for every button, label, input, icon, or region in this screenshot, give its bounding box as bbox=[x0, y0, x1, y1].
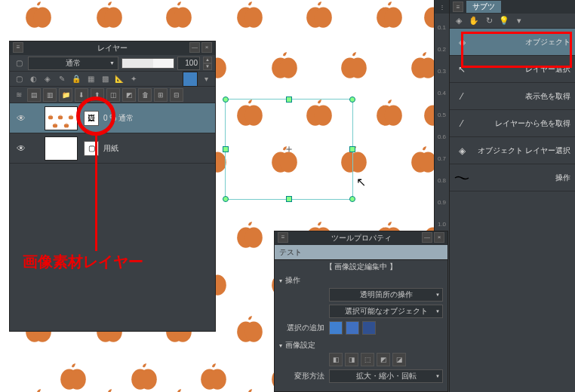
apple-pattern bbox=[234, 313, 266, 345]
tool-cube-icon[interactable]: ◈ bbox=[453, 15, 465, 27]
panel-close-icon[interactable]: × bbox=[201, 42, 212, 53]
operation-tool-icon bbox=[454, 170, 469, 185]
new-raster-icon[interactable]: ▤ bbox=[27, 88, 41, 102]
ruler-grip-icon[interactable]: ⋮ bbox=[435, 0, 449, 14]
selection-handle-br[interactable] bbox=[349, 196, 355, 202]
swatch-dropdown-icon[interactable]: ▾ bbox=[200, 73, 212, 85]
subtool-item-object[interactable]: ◈ オブジェクト bbox=[450, 29, 575, 56]
eyedropper-layer-icon: ⁄ bbox=[454, 116, 469, 131]
layer-panel-extra2-icon[interactable]: ⊟ bbox=[170, 88, 183, 102]
delete-layer-icon[interactable]: 🗑 bbox=[138, 88, 152, 102]
clip-icon[interactable]: ◐ bbox=[27, 73, 39, 85]
panel-close-icon[interactable]: × bbox=[434, 232, 444, 243]
layer-row-1[interactable]: 👁 ▢ 用紙 bbox=[10, 133, 215, 164]
tool-property-title-text: ツールプロパティ bbox=[331, 234, 392, 242]
blend-lock-icon[interactable]: ▢ bbox=[13, 57, 25, 69]
layer-visibility-icon[interactable]: 👁 bbox=[10, 113, 32, 124]
apple-pattern bbox=[57, 360, 89, 392]
selection-handle-tl[interactable] bbox=[223, 96, 229, 103]
opacity-slider[interactable] bbox=[121, 58, 174, 69]
ruler-tick-value: 0.6 bbox=[435, 133, 449, 140]
apple-pattern bbox=[269, 49, 300, 81]
layer-row-0[interactable]: 👁 🖼 0 % 通常 bbox=[10, 103, 215, 133]
layer-color-swatch[interactable] bbox=[183, 72, 198, 87]
new-vector-icon[interactable]: ▥ bbox=[43, 88, 57, 102]
panel-menu-icon[interactable]: ≡ bbox=[278, 232, 288, 243]
group-sousa-title[interactable]: 操作 bbox=[279, 275, 443, 286]
image-align-4-icon[interactable]: ◩ bbox=[377, 353, 390, 366]
canvas-selection-box[interactable]: ＋ bbox=[225, 99, 353, 200]
merge-down-icon[interactable]: ⬆ bbox=[91, 88, 104, 102]
fx-icon[interactable]: ✦ bbox=[128, 73, 140, 85]
apple-pattern bbox=[163, 386, 195, 392]
selection-handle-bc[interactable] bbox=[286, 196, 292, 202]
subtool-item-object-layer-select[interactable]: ◈ オブジェクト レイヤー選択 bbox=[450, 137, 575, 164]
subtool-item-pick-layercolor[interactable]: ⁄ レイヤーから色を取得 bbox=[450, 110, 575, 137]
subtool-panel: ≡ サブツ ◈ ✋ ↻ 💡 ▾ ◈ オブジェクト ↖ レイヤー選択 ⁄ 表示色を… bbox=[449, 0, 575, 392]
subtool-label: レイヤーから色を取得 bbox=[474, 118, 570, 129]
apple-pattern bbox=[163, 0, 195, 30]
transform-method-label: 変形方法 bbox=[279, 371, 324, 381]
image-align-1-icon[interactable]: ◧ bbox=[329, 353, 343, 366]
ruler-tick-value: 0.3 bbox=[435, 68, 449, 75]
apple-pattern bbox=[94, 386, 125, 392]
ruler-icon[interactable]: 📐 bbox=[113, 73, 125, 85]
selectable-object-select[interactable]: 選択可能なオブジェクト bbox=[329, 305, 443, 318]
ruler-tick-value: 1.0 bbox=[435, 221, 449, 228]
opacity-down[interactable]: ▼ bbox=[203, 63, 212, 70]
subtool-tab[interactable]: サブツ bbox=[466, 1, 501, 13]
object-layer-icon: ◈ bbox=[454, 143, 469, 158]
transform-method-select[interactable]: 拡大・縮小・回転 bbox=[329, 369, 443, 383]
ruler-tick-value: 0.4 bbox=[435, 90, 449, 96]
reference-icon[interactable]: ◈ bbox=[42, 73, 54, 85]
opacity-up[interactable]: ▲ bbox=[203, 57, 212, 63]
selection-mode-new[interactable] bbox=[329, 321, 343, 335]
tool-dropdown-icon[interactable]: ▾ bbox=[513, 15, 525, 27]
layer-panel-extra1-icon[interactable]: ⊞ bbox=[154, 88, 168, 102]
apply-mask-icon[interactable]: ◩ bbox=[122, 88, 136, 102]
selection-handle-ml[interactable] bbox=[223, 146, 229, 152]
tool-property-tab[interactable]: テスト bbox=[275, 245, 447, 260]
layer-list: 👁 🖼 0 % 通常 👁 ▢ 用紙 bbox=[10, 103, 215, 164]
group-image-title[interactable]: 画像設定 bbox=[279, 340, 443, 351]
panel-minimize-icon[interactable]: — bbox=[189, 42, 200, 53]
panel-menu-icon[interactable]: ≡ bbox=[453, 2, 463, 12]
selection-mode-sub[interactable] bbox=[362, 321, 376, 335]
apple-pattern bbox=[374, 96, 405, 128]
mask-icon2[interactable]: ▩ bbox=[99, 73, 111, 85]
tool-property-notice: 【 画像設定編集中 】 bbox=[275, 260, 447, 274]
tool-rotate-icon[interactable]: ↻ bbox=[483, 15, 495, 27]
subtool-label: オブジェクト レイヤー選択 bbox=[474, 145, 570, 156]
subtool-item-sousa[interactable]: 操作 bbox=[450, 164, 575, 191]
transparent-operation-select[interactable]: 透明箇所の操作 bbox=[329, 288, 443, 302]
selection-mode-add[interactable] bbox=[346, 321, 359, 335]
layer-visibility-icon[interactable]: 👁 bbox=[10, 143, 32, 154]
opacity-value[interactable]: 100 bbox=[177, 57, 200, 70]
layer-thumbnail[interactable] bbox=[45, 136, 78, 161]
mask-create-icon[interactable]: ◫ bbox=[106, 88, 120, 102]
selection-handle-mr[interactable] bbox=[349, 146, 355, 152]
selection-handle-tc[interactable] bbox=[286, 96, 292, 103]
selection-handle-bl[interactable] bbox=[223, 196, 229, 202]
panel-menu-icon[interactable]: ≡ bbox=[13, 42, 23, 53]
new-folder-icon[interactable]: 📁 bbox=[59, 88, 72, 102]
draft-icon[interactable]: ✎ bbox=[56, 73, 68, 85]
tool-hand-icon[interactable]: ✋ bbox=[468, 15, 480, 27]
lock-none-icon[interactable]: ▢ bbox=[13, 73, 25, 85]
tool-light-icon[interactable]: 💡 bbox=[498, 15, 510, 27]
blend-icon[interactable]: ≋ bbox=[13, 89, 25, 101]
mask-icon1[interactable]: ▦ bbox=[85, 73, 97, 85]
apple-pattern bbox=[23, 0, 54, 30]
layer-thumbnail[interactable] bbox=[45, 106, 78, 130]
panel-minimize-icon[interactable]: — bbox=[422, 232, 432, 243]
subtool-item-layer-select[interactable]: ↖ レイヤー選択 bbox=[450, 56, 575, 83]
selection-handle-tr[interactable] bbox=[349, 96, 355, 103]
image-align-2-icon[interactable]: ◨ bbox=[345, 353, 358, 366]
transfer-down-icon[interactable]: ⬇ bbox=[75, 88, 88, 102]
subtool-item-pick-displaycolor[interactable]: ⁄ 表示色を取得 bbox=[450, 83, 575, 110]
lock-icon[interactable]: 🔒 bbox=[70, 73, 82, 85]
blend-mode-select[interactable]: 通常 bbox=[28, 57, 118, 70]
layer-select-icon: ↖ bbox=[454, 62, 469, 77]
image-align-5-icon[interactable]: ◪ bbox=[392, 353, 406, 366]
image-align-3-icon[interactable]: ⬚ bbox=[361, 353, 374, 366]
